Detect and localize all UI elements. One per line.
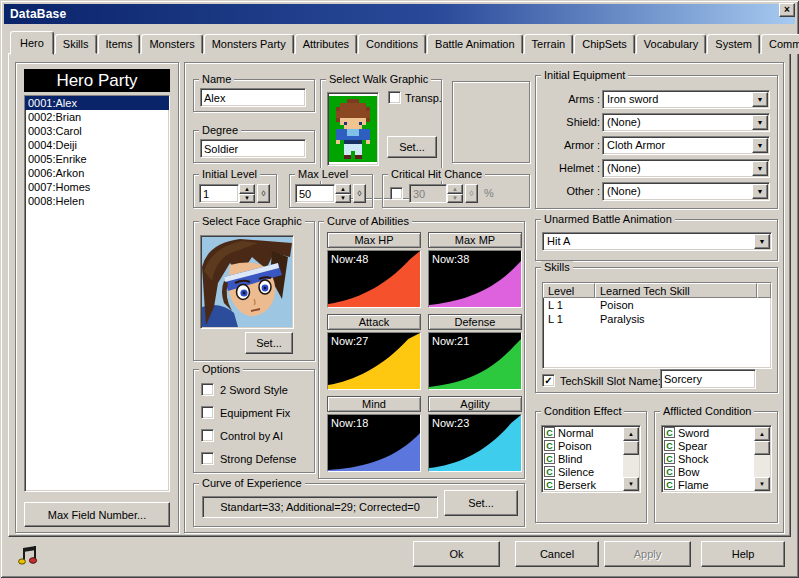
arms-dropdown-icon[interactable]: ▼	[752, 92, 768, 107]
list-item[interactable]: 0007:Homes	[25, 180, 169, 194]
attack-curve[interactable]: Now:27	[327, 332, 421, 390]
afflicted-condition-list[interactable]: C Sword C Spear C Shock C Bow	[661, 425, 772, 493]
window-title: DataBase	[10, 7, 66, 21]
critical-diamond-icon[interactable]: ◊	[465, 184, 478, 203]
tab-skills[interactable]: Skills	[55, 34, 97, 54]
tab-vocabulary[interactable]: Vocabulary	[636, 34, 706, 54]
tab-monsters-party[interactable]: Monsters Party	[204, 34, 294, 54]
max-level-input[interactable]	[295, 184, 335, 203]
control-by-ai-checkbox[interactable]	[201, 429, 214, 442]
strong-defense-checkbox[interactable]	[201, 452, 214, 465]
apply-button[interactable]: Apply	[604, 541, 691, 567]
armor-dropdown[interactable]: Cloth Armor ▼	[602, 136, 770, 155]
close-icon[interactable]: ×	[779, 3, 795, 17]
curve-of-experience-group: Curve of Experience Standart=33; Additio…	[193, 483, 525, 527]
other-dropdown-icon[interactable]: ▼	[752, 184, 768, 199]
unarmed-animation-label: Unarmed Battle Animation	[541, 213, 675, 226]
shield-dropdown-icon[interactable]: ▼	[752, 115, 768, 130]
equipment-fix-checkbox[interactable]	[201, 406, 214, 419]
tab-chipsets[interactable]: ChipSets	[574, 34, 635, 54]
helmet-dropdown[interactable]: (None) ▼	[602, 159, 770, 178]
tab-terrain[interactable]: Terrain	[524, 34, 574, 54]
mind-curve[interactable]: Now:18	[327, 414, 421, 472]
tab-common-events[interactable]: Common Events	[761, 34, 799, 54]
initial-level-up-icon[interactable]: ▲	[239, 184, 255, 194]
critical-hit-checkbox[interactable]	[390, 187, 403, 200]
scroll-up-icon[interactable]: ▲	[623, 427, 639, 441]
hero-list[interactable]: 0001:Alex 0002:Brian 0003:Carol 0004:Dei…	[24, 95, 170, 492]
scrollbar[interactable]: ▲ ▼	[623, 427, 639, 491]
other-dropdown[interactable]: (None) ▼	[602, 182, 770, 201]
hero-party-panel: Hero Party 0001:Alex 0002:Brian 0003:Car…	[15, 62, 179, 533]
face-graphic-preview[interactable]	[200, 235, 294, 329]
degree-input[interactable]	[200, 139, 306, 158]
tab-hero[interactable]: Hero	[10, 31, 54, 55]
list-item[interactable]: 0001:Alex	[25, 96, 169, 110]
help-button[interactable]: Help	[701, 541, 785, 567]
scroll-thumb[interactable]	[754, 441, 770, 455]
scrollbar[interactable]: ▲ ▼	[754, 427, 770, 491]
tab-system[interactable]: System	[707, 34, 760, 54]
max-level-diamond-icon[interactable]: ◊	[353, 184, 366, 203]
defense-curve[interactable]: Now:21	[428, 332, 522, 390]
critical-down-icon[interactable]: ▼	[447, 194, 463, 204]
face-set-button[interactable]: Set...	[245, 332, 293, 354]
table-row[interactable]: L 1 Paralysis	[543, 312, 771, 326]
list-item[interactable]: 0005:Enrike	[25, 152, 169, 166]
list-item[interactable]: 0008:Helen	[25, 194, 169, 208]
face-image	[202, 237, 292, 327]
critical-up-icon[interactable]: ▲	[447, 184, 463, 194]
experience-set-button[interactable]: Set...	[444, 490, 518, 516]
ok-button[interactable]: Ok	[413, 541, 500, 567]
table-row[interactable]: L 1 Poison	[543, 298, 771, 312]
max-field-number-button[interactable]: Max Field Number...	[24, 502, 170, 527]
agility-curve[interactable]: Now:23	[428, 414, 522, 472]
walk-graphic-preview[interactable]	[327, 92, 379, 166]
initial-level-label: Initial Level	[199, 168, 260, 181]
tab-monsters[interactable]: Monsters	[141, 34, 202, 54]
list-item[interactable]: 0004:Deiji	[25, 138, 169, 152]
condition-effect-group: Condition Effect C Normal C Poison C Bli…	[535, 411, 647, 523]
initial-level-input[interactable]	[199, 184, 239, 203]
unarmed-dropdown-icon[interactable]: ▼	[754, 234, 770, 249]
scroll-down-icon[interactable]: ▼	[623, 477, 639, 491]
maxmp-curve[interactable]: Now:38	[428, 250, 522, 308]
scroll-thumb[interactable]	[623, 441, 639, 455]
max-level-down-icon[interactable]: ▼	[335, 194, 351, 204]
database-window: DataBase × Hero Skills Items Monsters Mo…	[0, 0, 799, 578]
list-item[interactable]: 0003:Carol	[25, 124, 169, 138]
armor-dropdown-icon[interactable]: ▼	[752, 138, 768, 153]
arms-dropdown[interactable]: Iron sword ▼	[602, 90, 770, 109]
degree-label: Degree	[199, 124, 241, 137]
max-level-up-icon[interactable]: ▲	[335, 184, 351, 194]
scroll-up-icon[interactable]: ▲	[754, 427, 770, 441]
attack-header: Attack	[327, 314, 421, 330]
scroll-down-icon[interactable]: ▼	[754, 477, 770, 491]
tab-battle-animation[interactable]: Battle Animation	[427, 34, 523, 54]
two-sword-style-label: 2 Sword Style	[220, 384, 288, 396]
list-item[interactable]: 0002:Brian	[25, 110, 169, 124]
techskill-slot-checkbox[interactable]: ✓	[542, 374, 555, 387]
tab-attributes[interactable]: Attributes	[295, 34, 357, 54]
cancel-button[interactable]: Cancel	[515, 541, 599, 567]
transp-checkbox[interactable]	[388, 91, 401, 104]
helmet-dropdown-icon[interactable]: ▼	[752, 161, 768, 176]
condition-name: Bow	[678, 466, 699, 478]
list-item[interactable]: 0006:Arkon	[25, 166, 169, 180]
condition-name: Poison	[558, 440, 592, 452]
condition-effect-list[interactable]: C Normal C Poison C Blind C Silence	[541, 425, 641, 493]
tab-conditions[interactable]: Conditions	[358, 34, 426, 54]
shield-dropdown[interactable]: (None) ▼	[602, 113, 770, 132]
initial-level-diamond-icon[interactable]: ◊	[257, 184, 270, 203]
name-input[interactable]	[200, 88, 306, 107]
initial-level-down-icon[interactable]: ▼	[239, 194, 255, 204]
titlebar[interactable]: DataBase	[4, 4, 795, 24]
unarmed-animation-dropdown[interactable]: Hit A ▼	[542, 232, 772, 251]
walk-set-button[interactable]: Set...	[387, 136, 437, 158]
critical-hit-input[interactable]	[409, 184, 447, 203]
condition-icon: C	[544, 440, 555, 451]
maxhp-curve[interactable]: Now:48	[327, 250, 421, 308]
techskill-slot-input[interactable]	[660, 369, 756, 389]
two-sword-style-checkbox[interactable]	[201, 383, 214, 396]
tab-items[interactable]: Items	[98, 34, 141, 54]
